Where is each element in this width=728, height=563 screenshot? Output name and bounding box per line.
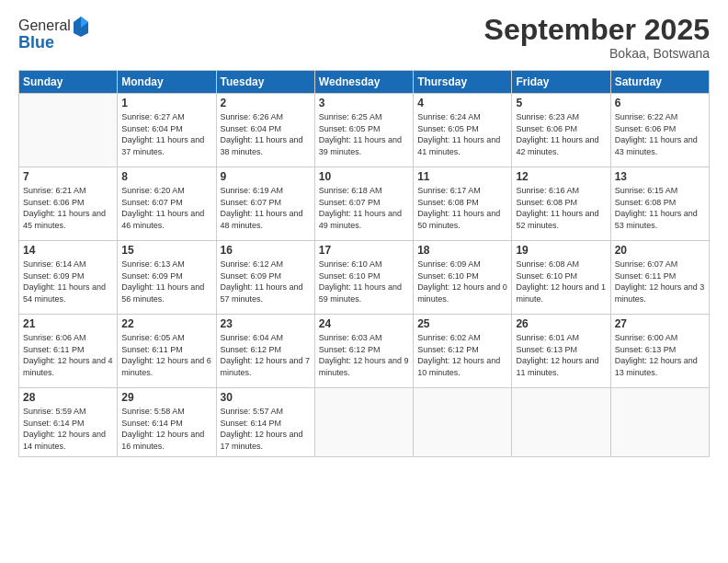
empty-cell-30-6 — [512, 388, 610, 457]
day-5: 5 Sunrise: 6:23 AM Sunset: 6:06 PM Dayli… — [512, 94, 610, 167]
day-2: 2 Sunrise: 6:26 AM Sunset: 6:04 PM Dayli… — [216, 94, 314, 167]
header-wednesday: Wednesday — [314, 71, 413, 94]
empty-cell-30-4 — [314, 388, 413, 457]
day-27: 27 Sunrise: 6:00 AM Sunset: 6:13 PM Dayl… — [610, 315, 709, 388]
day-29: 29 Sunrise: 5:58 AM Sunset: 6:14 PM Dayl… — [118, 388, 216, 457]
day-16: 16 Sunrise: 6:12 AM Sunset: 6:09 PM Dayl… — [216, 241, 314, 315]
header: General Blue September 2025 Bokaa, Botsw… — [18, 15, 710, 61]
day-28: 28 Sunrise: 5:59 AM Sunset: 6:14 PM Dayl… — [19, 388, 118, 457]
calendar-table: Sunday Monday Tuesday Wednesday Thursday… — [18, 70, 710, 457]
header-sunday: Sunday — [19, 71, 118, 94]
calendar-row-5: 28 Sunrise: 5:59 AM Sunset: 6:14 PM Dayl… — [19, 388, 710, 457]
day-7: 7 Sunrise: 6:21 AM Sunset: 6:06 PM Dayli… — [19, 167, 118, 241]
day-19: 19 Sunrise: 6:08 AM Sunset: 6:10 PM Dayl… — [512, 241, 610, 315]
day-3: 3 Sunrise: 6:25 AM Sunset: 6:05 PM Dayli… — [314, 94, 413, 167]
logo: General Blue — [18, 15, 91, 52]
calendar-row-1: 1 Sunrise: 6:27 AM Sunset: 6:04 PM Dayli… — [19, 94, 710, 167]
day-18: 18 Sunrise: 6:09 AM Sunset: 6:10 PM Dayl… — [414, 241, 512, 315]
header-tuesday: Tuesday — [216, 71, 314, 94]
day-17: 17 Sunrise: 6:10 AM Sunset: 6:10 PM Dayl… — [314, 241, 413, 315]
calendar-row-2: 7 Sunrise: 6:21 AM Sunset: 6:06 PM Dayli… — [19, 167, 710, 241]
logo-general-text: General — [18, 17, 71, 34]
header-thursday: Thursday — [414, 71, 512, 94]
day-21: 21 Sunrise: 6:06 AM Sunset: 6:11 PM Dayl… — [19, 315, 118, 388]
day-26: 26 Sunrise: 6:01 AM Sunset: 6:13 PM Dayl… — [512, 315, 610, 388]
day-25: 25 Sunrise: 6:02 AM Sunset: 6:12 PM Dayl… — [414, 315, 512, 388]
day-12: 12 Sunrise: 6:16 AM Sunset: 6:08 PM Dayl… — [512, 167, 610, 241]
day-24: 24 Sunrise: 6:03 AM Sunset: 6:12 PM Dayl… — [314, 315, 413, 388]
calendar-row-3: 14 Sunrise: 6:14 AM Sunset: 6:09 PM Dayl… — [19, 241, 710, 315]
header-monday: Monday — [118, 71, 216, 94]
page: General Blue September 2025 Bokaa, Botsw… — [0, 0, 728, 563]
day-15: 15 Sunrise: 6:13 AM Sunset: 6:09 PM Dayl… — [118, 241, 216, 315]
day-22: 22 Sunrise: 6:05 AM Sunset: 6:11 PM Dayl… — [118, 315, 216, 388]
day-11: 11 Sunrise: 6:17 AM Sunset: 6:08 PM Dayl… — [414, 167, 512, 241]
header-saturday: Saturday — [610, 71, 709, 94]
logo-icon — [72, 15, 90, 37]
month-title: September 2025 — [484, 15, 710, 44]
empty-cell — [19, 94, 118, 167]
day-13: 13 Sunrise: 6:15 AM Sunset: 6:08 PM Dayl… — [610, 167, 709, 241]
empty-cell-30-7 — [610, 388, 709, 457]
day-23: 23 Sunrise: 6:04 AM Sunset: 6:12 PM Dayl… — [216, 315, 314, 388]
day-30: 30 Sunrise: 5:57 AM Sunset: 6:14 PM Dayl… — [216, 388, 314, 457]
day-1: 1 Sunrise: 6:27 AM Sunset: 6:04 PM Dayli… — [118, 94, 216, 167]
location: Bokaa, Botswana — [484, 46, 710, 61]
day-6: 6 Sunrise: 6:22 AM Sunset: 6:06 PM Dayli… — [610, 94, 709, 167]
day-10: 10 Sunrise: 6:18 AM Sunset: 6:07 PM Dayl… — [314, 167, 413, 241]
day-4: 4 Sunrise: 6:24 AM Sunset: 6:05 PM Dayli… — [414, 94, 512, 167]
calendar-header-row: Sunday Monday Tuesday Wednesday Thursday… — [19, 71, 710, 94]
empty-cell-30-5 — [414, 388, 512, 457]
day-8: 8 Sunrise: 6:20 AM Sunset: 6:07 PM Dayli… — [118, 167, 216, 241]
day-14: 14 Sunrise: 6:14 AM Sunset: 6:09 PM Dayl… — [19, 241, 118, 315]
day-9: 9 Sunrise: 6:19 AM Sunset: 6:07 PM Dayli… — [216, 167, 314, 241]
title-area: September 2025 Bokaa, Botswana — [484, 15, 710, 61]
day-20: 20 Sunrise: 6:07 AM Sunset: 6:11 PM Dayl… — [610, 241, 709, 315]
calendar-row-4: 21 Sunrise: 6:06 AM Sunset: 6:11 PM Dayl… — [19, 315, 710, 388]
header-friday: Friday — [512, 71, 610, 94]
